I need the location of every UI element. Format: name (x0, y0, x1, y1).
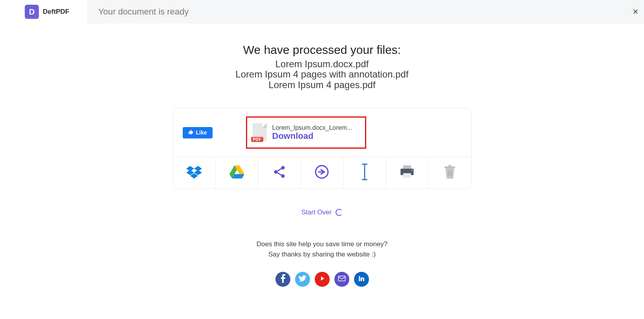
linkedin-icon (358, 275, 365, 284)
arrow-right-circle-icon (314, 164, 329, 181)
svg-point-2 (281, 174, 285, 178)
svg-rect-9 (448, 165, 451, 167)
action-google-drive[interactable] (216, 157, 258, 188)
action-share[interactable] (258, 157, 301, 188)
svg-rect-6 (403, 173, 411, 178)
brand[interactable]: D DeftPDF (0, 0, 87, 24)
social-email[interactable] (334, 272, 349, 287)
svg-rect-12 (451, 170, 452, 176)
file-pdf-icon: PDF (253, 123, 268, 142)
svg-rect-13 (338, 276, 345, 281)
result-card-top: Like PDF Lorem_Ipsum.docx_Lorem... Downl… (173, 109, 471, 157)
email-icon (338, 276, 346, 283)
like-label: Like (196, 129, 207, 136)
thumbs-up-icon (188, 129, 194, 136)
actions-row (173, 157, 471, 188)
action-delete[interactable] (429, 157, 471, 188)
svg-rect-4 (403, 166, 411, 169)
download-label: Download (272, 131, 352, 141)
google-drive-icon (229, 165, 244, 180)
svg-point-0 (281, 166, 285, 170)
help-line-1: Does this site help you save time or mon… (173, 239, 472, 249)
action-continue[interactable] (301, 157, 343, 188)
reload-icon (336, 209, 343, 216)
text-cursor-icon (361, 164, 368, 182)
social-youtube[interactable] (315, 272, 330, 287)
help-text: Does this site help you save time or mon… (173, 239, 472, 259)
svg-point-7 (411, 170, 413, 171)
social-row (173, 272, 472, 287)
main-content: We have processed your files: Lorem Ipsu… (173, 43, 472, 287)
social-twitter[interactable] (295, 272, 310, 287)
brand-logo-icon: D (25, 5, 39, 19)
close-button[interactable]: ✕ (633, 7, 638, 16)
social-linkedin[interactable] (354, 272, 369, 287)
action-dropbox[interactable] (173, 157, 216, 188)
youtube-icon (319, 275, 326, 284)
start-over-link[interactable]: Start Over (301, 208, 343, 216)
top-bar: D DeftPDF Your document is ready ✕ (0, 0, 644, 24)
svg-rect-10 (448, 170, 449, 176)
social-facebook[interactable] (275, 272, 290, 287)
action-rename[interactable] (343, 157, 386, 188)
processed-heading: We have processed your files: (173, 43, 472, 57)
twitter-icon (299, 275, 306, 283)
facebook-icon (281, 274, 285, 284)
brand-name: DeftPDF (43, 8, 69, 16)
help-line-2: Say thanks by sharing the website :) (173, 249, 472, 260)
result-card: Like PDF Lorem_Ipsum.docx_Lorem... Downl… (173, 108, 472, 189)
pdf-badge: PDF (251, 137, 263, 142)
printer-icon (399, 165, 415, 181)
processed-file: Lorem Ipsum 4 pages.pdf (173, 80, 472, 90)
svg-rect-11 (449, 170, 450, 176)
processed-file: Lorem Ipsum 4 pages with annotation.pdf (173, 69, 472, 79)
like-button[interactable]: Like (183, 127, 213, 138)
trash-icon (444, 165, 456, 181)
share-icon (272, 165, 286, 181)
svg-rect-8 (444, 166, 455, 168)
svg-point-1 (274, 170, 278, 174)
download-button[interactable]: PDF Lorem_Ipsum.docx_Lorem... Download (246, 116, 366, 149)
start-over-label: Start Over (301, 208, 332, 216)
action-print[interactable] (386, 157, 429, 188)
page-subtitle: Your document is ready (87, 7, 189, 17)
download-filename: Lorem_Ipsum.docx_Lorem... (272, 124, 352, 131)
dropbox-icon (186, 165, 202, 181)
processed-file: Lorem Ipsum.docx.pdf (173, 59, 472, 69)
